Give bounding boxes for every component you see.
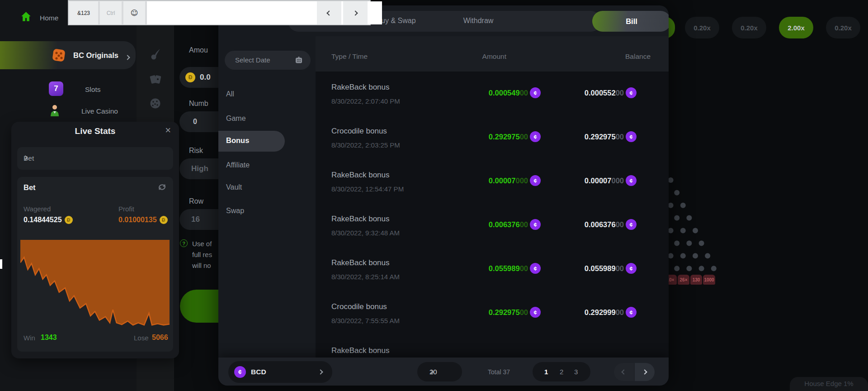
table-row: RakeBack bonus 8/30/2022, 2:07:40 PM 0.0…	[316, 76, 669, 120]
sidebar-item-bc-originals[interactable]: BC Originals	[0, 41, 136, 69]
tx-balance: 0.05598900	[538, 264, 624, 273]
currency-selector[interactable]: ¢ BCD	[228, 361, 332, 383]
ctrl-key[interactable]: Ctrl	[100, 1, 122, 24]
close-icon[interactable]: ×	[165, 124, 171, 136]
wagered-label: Wagered	[24, 205, 51, 213]
tx-type: Crocodile bonus	[331, 302, 387, 311]
table-row: RakeBack bonus 8/30/2022, 8:25:14 AM 0.0…	[316, 252, 669, 296]
arrow-right-key[interactable]	[343, 1, 368, 24]
emoji-key[interactable]: ☺	[123, 1, 145, 24]
tab-buy-swap[interactable]: Buy & Swap	[376, 17, 415, 25]
multiplier-slot: 1000	[703, 275, 715, 285]
result-pill: 0.20x	[685, 17, 719, 38]
tx-type: Crocodile bonus	[331, 127, 387, 136]
tx-time: 8/30/2022, 12:54:47 PM	[331, 185, 404, 193]
risk-value: High	[191, 164, 208, 173]
tx-type: RakeBack bonus	[331, 346, 390, 355]
stats-card: Bet Wagered Profit 0.14844525 Ð 0.010001…	[17, 177, 173, 352]
table-row: Crocodile bonus 8/30/2022, 7:55:55 AM 0.…	[316, 296, 669, 339]
tx-type: RakeBack bonus	[331, 171, 390, 180]
tx-type: RakeBack bonus	[331, 258, 390, 267]
sidebar-item-home[interactable]: Home	[40, 14, 58, 22]
doge-coin-icon: Ð	[185, 72, 195, 82]
currency-label: BCD	[251, 368, 266, 376]
filter-game[interactable]: Game	[226, 114, 246, 123]
lose-label: Lose	[134, 334, 149, 342]
cards-game-icon[interactable]	[137, 74, 174, 86]
doge-coin-icon: Ð	[65, 216, 73, 224]
live-casino-icon	[47, 103, 62, 120]
profit-sparkline-chart	[20, 240, 170, 327]
multiplier-slot: 130	[690, 275, 702, 285]
filter-all[interactable]: All	[226, 90, 234, 98]
select-date-dropdown[interactable]: Select Date	[225, 51, 311, 70]
table-row: Crocodile bonus 8/30/2022, 2:03:25 PM 0.…	[316, 120, 669, 164]
profit-label: Profit	[118, 205, 134, 213]
page-size-selector[interactable]: 20	[417, 362, 462, 381]
crash-game-icon[interactable]	[137, 48, 174, 61]
multiplier-slot: 26×	[678, 275, 689, 285]
bets-value: 0	[193, 118, 197, 126]
live-stats-panel: Live Stats × Bet Bet Wagered Profit 0.14…	[11, 122, 179, 358]
rows-label: Row	[189, 197, 203, 205]
column-header-amount: Amount	[452, 52, 506, 61]
wagered-value: 0.14844525 Ð	[24, 216, 73, 224]
prev-page-button[interactable]	[614, 363, 634, 381]
tx-time: 8/30/2022, 8:25:14 AM	[331, 273, 400, 281]
filter-swap[interactable]: Swap	[226, 207, 244, 215]
bcd-coin-icon: ¢	[626, 219, 637, 230]
arrow-left-key[interactable]	[317, 1, 341, 24]
tx-amount: 0.00054900	[442, 89, 528, 97]
bcd-coin-icon: ¢	[626, 263, 637, 274]
calendar-icon	[295, 56, 303, 64]
pagination: 1 2 3	[533, 362, 590, 381]
reset-icon[interactable]	[157, 182, 167, 194]
tab-withdraw[interactable]: Withdraw	[463, 17, 494, 25]
stats-card-title: Bet	[24, 183, 36, 192]
bcd-coin-icon: ¢	[626, 87, 637, 98]
risk-label: Risk	[189, 147, 203, 155]
dice-ball-game-icon[interactable]	[137, 98, 174, 109]
stats-mode-select[interactable]: Bet	[17, 147, 173, 170]
touch-keyboard-bar: &123 Ctrl ☺	[68, 0, 371, 25]
page-2[interactable]: 2	[560, 368, 563, 376]
page-3[interactable]: 3	[574, 368, 578, 376]
sidebar-item-label: BC Originals	[73, 51, 118, 60]
bcd-coin-icon: ¢	[626, 131, 637, 142]
help-icon: ?	[180, 239, 188, 247]
plinko-pegs	[656, 161, 751, 279]
chevron-right-icon	[126, 53, 129, 61]
amount-value: 0.0	[200, 73, 211, 82]
win-value: 1343	[41, 334, 57, 342]
doge-coin-icon: Ð	[160, 216, 168, 224]
table-row: RakeBack bonus 8/30/2022, 12:54:47 PM 0.…	[316, 164, 669, 208]
tx-time: 8/30/2022, 2:03:25 PM	[331, 141, 400, 149]
tab-bill-active[interactable]: Bill	[592, 11, 669, 32]
rows-value: 16	[191, 215, 200, 224]
tx-balance: 0.00007000	[538, 176, 624, 185]
tx-balance: 0.29299900	[538, 308, 624, 317]
transactions-table: RakeBack bonus 8/30/2022, 2:07:40 PM 0.0…	[316, 72, 669, 386]
sidebar-item-live-casino[interactable]: Live Casino	[81, 107, 118, 115]
tx-amount: 0.29297500	[442, 133, 528, 141]
tx-amount: 0.05598900	[442, 264, 528, 273]
wallet-modal: Deposit Buy & Swap Withdraw Bill Select …	[218, 5, 669, 386]
page-1[interactable]: 1	[544, 368, 548, 376]
next-page-button[interactable]	[635, 363, 655, 381]
tx-amount: 0.00637600	[442, 220, 528, 229]
filter-vault[interactable]: Vault	[226, 183, 242, 191]
chevron-right-icon	[318, 369, 323, 374]
sidebar-item-slots[interactable]: Slots	[85, 86, 100, 94]
filter-bonus-active[interactable]: Bonus	[218, 131, 285, 152]
table-row: RakeBack bonus 8/30/2022, 9:32:48 AM 0.0…	[316, 208, 669, 252]
cursor-artifact	[0, 259, 2, 269]
result-pill: 0.20x	[732, 17, 766, 38]
pagination-nav	[614, 363, 655, 381]
total-count: Total 37	[488, 368, 510, 376]
modal-footer: ¢ BCD 20 Total 37 1 2 3	[218, 358, 669, 386]
column-header-type-time: Type / Time	[331, 52, 368, 61]
tx-balance: 0.29297500	[538, 133, 624, 141]
symbols-key[interactable]: &123	[69, 1, 98, 24]
live-stats-title: Live Stats	[11, 126, 179, 136]
filter-affiliate[interactable]: Affiliate	[226, 161, 250, 169]
